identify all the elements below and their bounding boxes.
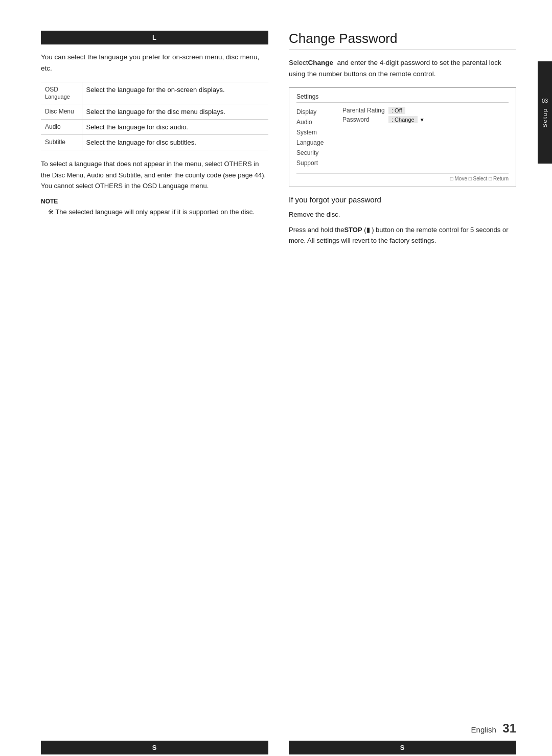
- settings-password-row: Password : Change ▼: [342, 116, 509, 123]
- forgot-password-heading: If you forgot your password: [289, 195, 516, 204]
- bottom-right-bar-label: S: [400, 744, 405, 751]
- table-cell-label: Disc Menu: [41, 104, 82, 120]
- settings-panel-body: Display Audio System Language Security S…: [296, 107, 509, 168]
- table-row: Audio Select the language for disc audio…: [41, 120, 268, 135]
- table-cell-desc: Select the language for the on-screen di…: [82, 82, 268, 104]
- settings-parental-row: Parental Rating : Off: [342, 107, 509, 114]
- menu-item-audio: Audio: [296, 117, 332, 127]
- table-cell-desc: Select the language for disc audio.: [82, 120, 268, 135]
- left-bar-label: L: [152, 34, 157, 41]
- page-container: L You can select the language you prefer…: [0, 0, 552, 756]
- table-cell-desc: Select the language for disc subtitles.: [82, 135, 268, 150]
- table-cell-desc: Select the language for the disc menu di…: [82, 104, 268, 120]
- note-section: NOTE ※ The selected language will only a…: [41, 198, 268, 218]
- menu-item-display: Display: [296, 107, 332, 117]
- menu-item-system: System: [296, 127, 332, 138]
- language-table: OSDLanguage Select the language for the …: [41, 82, 268, 150]
- change-password-title: Change Password: [289, 31, 516, 50]
- parental-rating-value: : Off: [388, 107, 405, 114]
- page-lang: English: [471, 725, 496, 734]
- right-column-top: Change Password SelectChange and enter t…: [289, 31, 516, 725]
- arrow-icon: ▼: [420, 117, 425, 123]
- left-section-bar: L: [41, 31, 268, 44]
- settings-footer: □ Move □ Select □ Return: [296, 173, 509, 181]
- table-row: OSDLanguage Select the language for the …: [41, 82, 268, 104]
- table-cell-label: OSDLanguage: [41, 82, 82, 104]
- menu-item-language: Language: [296, 138, 332, 148]
- bottom-content: S The Parental Lock function works in co…: [41, 741, 516, 756]
- page-number: 31: [502, 721, 516, 735]
- forgot-step2: Press and hold theSTOP (▮ ) button on th…: [289, 224, 516, 246]
- forgot-step1: Remove the disc.: [289, 209, 516, 220]
- top-content: L You can select the language you prefer…: [41, 31, 516, 725]
- parental-rating-label: Parental Rating: [342, 107, 388, 114]
- bottom-right-column: S Product Information Product informatio…: [289, 741, 516, 756]
- password-label: Password: [342, 116, 388, 123]
- left-intro-text: You can select the language you prefer f…: [41, 52, 268, 74]
- menu-item-security: Security: [296, 148, 332, 158]
- table-row: Subtitle Select the language for disc su…: [41, 135, 268, 150]
- menu-item-support: Support: [296, 158, 332, 168]
- password-value: : Change: [388, 116, 418, 123]
- settings-menu-list: Display Audio System Language Security S…: [296, 107, 332, 168]
- table-row: Disc Menu Select the language for the di…: [41, 104, 268, 120]
- note-text: ※ The selected language will only appear…: [41, 207, 268, 218]
- bottom-left-column: S The Parental Lock function works in co…: [41, 741, 268, 756]
- bottom-left-bar: S: [41, 741, 268, 754]
- bottom-right-bar: S: [289, 741, 516, 754]
- change-password-intro: SelectChange and enter the 4-digit passw…: [289, 57, 516, 79]
- settings-panel: Settings Display Audio System Language S…: [289, 87, 516, 187]
- note-title: NOTE: [41, 198, 268, 205]
- page-footer: English 31: [471, 721, 516, 736]
- left-column-top: L You can select the language you prefer…: [41, 31, 268, 725]
- bottom-left-bar-label: S: [152, 744, 157, 751]
- table-cell-label: Audio: [41, 120, 82, 135]
- settings-right-panel: Parental Rating : Off Password : Change …: [342, 107, 509, 168]
- table-cell-label: Subtitle: [41, 135, 82, 150]
- note-before-text: To select a language that does not appea…: [41, 158, 268, 191]
- settings-panel-title: Settings: [296, 93, 509, 103]
